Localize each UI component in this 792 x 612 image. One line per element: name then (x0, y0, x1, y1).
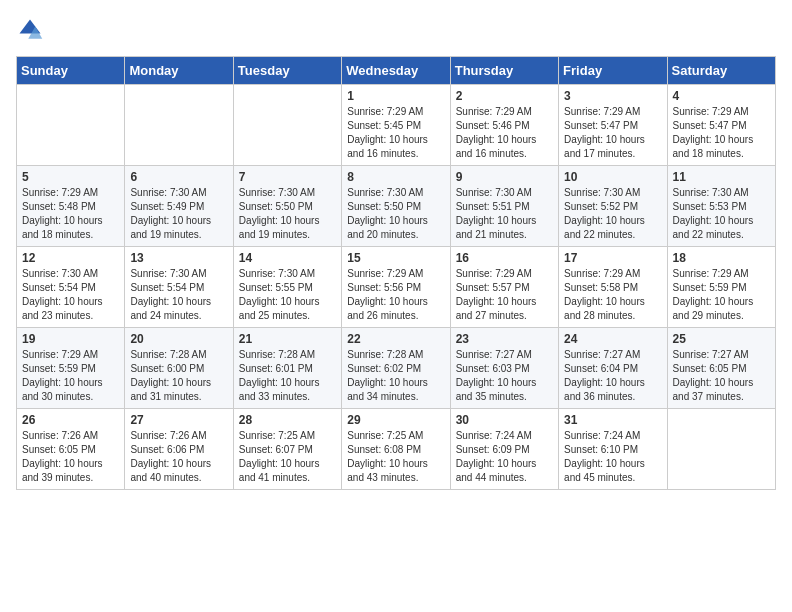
day-header-friday: Friday (559, 57, 667, 85)
calendar-cell: 25Sunrise: 7:27 AM Sunset: 6:05 PM Dayli… (667, 328, 775, 409)
day-number: 29 (347, 413, 444, 427)
day-info: Sunrise: 7:29 AM Sunset: 5:47 PM Dayligh… (564, 105, 661, 161)
day-info: Sunrise: 7:27 AM Sunset: 6:04 PM Dayligh… (564, 348, 661, 404)
calendar-cell: 23Sunrise: 7:27 AM Sunset: 6:03 PM Dayli… (450, 328, 558, 409)
day-number: 26 (22, 413, 119, 427)
day-number: 19 (22, 332, 119, 346)
day-number: 7 (239, 170, 336, 184)
day-number: 27 (130, 413, 227, 427)
day-number: 5 (22, 170, 119, 184)
day-number: 17 (564, 251, 661, 265)
day-number: 23 (456, 332, 553, 346)
calendar-cell: 31Sunrise: 7:24 AM Sunset: 6:10 PM Dayli… (559, 409, 667, 490)
day-number: 9 (456, 170, 553, 184)
day-number: 10 (564, 170, 661, 184)
calendar-table: SundayMondayTuesdayWednesdayThursdayFrid… (16, 56, 776, 490)
calendar-week-1: 1Sunrise: 7:29 AM Sunset: 5:45 PM Daylig… (17, 85, 776, 166)
day-number: 15 (347, 251, 444, 265)
day-info: Sunrise: 7:24 AM Sunset: 6:10 PM Dayligh… (564, 429, 661, 485)
day-number: 4 (673, 89, 770, 103)
day-info: Sunrise: 7:29 AM Sunset: 5:57 PM Dayligh… (456, 267, 553, 323)
day-info: Sunrise: 7:26 AM Sunset: 6:06 PM Dayligh… (130, 429, 227, 485)
day-number: 6 (130, 170, 227, 184)
calendar-cell: 16Sunrise: 7:29 AM Sunset: 5:57 PM Dayli… (450, 247, 558, 328)
day-info: Sunrise: 7:28 AM Sunset: 6:01 PM Dayligh… (239, 348, 336, 404)
day-info: Sunrise: 7:29 AM Sunset: 5:48 PM Dayligh… (22, 186, 119, 242)
day-info: Sunrise: 7:29 AM Sunset: 5:45 PM Dayligh… (347, 105, 444, 161)
calendar-cell: 1Sunrise: 7:29 AM Sunset: 5:45 PM Daylig… (342, 85, 450, 166)
day-info: Sunrise: 7:30 AM Sunset: 5:49 PM Dayligh… (130, 186, 227, 242)
calendar-cell: 9Sunrise: 7:30 AM Sunset: 5:51 PM Daylig… (450, 166, 558, 247)
calendar-cell: 24Sunrise: 7:27 AM Sunset: 6:04 PM Dayli… (559, 328, 667, 409)
calendar-cell: 7Sunrise: 7:30 AM Sunset: 5:50 PM Daylig… (233, 166, 341, 247)
day-header-monday: Monday (125, 57, 233, 85)
day-info: Sunrise: 7:25 AM Sunset: 6:07 PM Dayligh… (239, 429, 336, 485)
day-header-sunday: Sunday (17, 57, 125, 85)
day-number: 25 (673, 332, 770, 346)
day-number: 18 (673, 251, 770, 265)
day-number: 28 (239, 413, 336, 427)
day-info: Sunrise: 7:26 AM Sunset: 6:05 PM Dayligh… (22, 429, 119, 485)
day-number: 31 (564, 413, 661, 427)
calendar-cell: 22Sunrise: 7:28 AM Sunset: 6:02 PM Dayli… (342, 328, 450, 409)
calendar-cell: 14Sunrise: 7:30 AM Sunset: 5:55 PM Dayli… (233, 247, 341, 328)
calendar-cell: 4Sunrise: 7:29 AM Sunset: 5:47 PM Daylig… (667, 85, 775, 166)
day-number: 21 (239, 332, 336, 346)
calendar-cell: 6Sunrise: 7:30 AM Sunset: 5:49 PM Daylig… (125, 166, 233, 247)
calendar-cell: 17Sunrise: 7:29 AM Sunset: 5:58 PM Dayli… (559, 247, 667, 328)
day-info: Sunrise: 7:27 AM Sunset: 6:03 PM Dayligh… (456, 348, 553, 404)
calendar-week-3: 12Sunrise: 7:30 AM Sunset: 5:54 PM Dayli… (17, 247, 776, 328)
day-number: 14 (239, 251, 336, 265)
day-info: Sunrise: 7:30 AM Sunset: 5:52 PM Dayligh… (564, 186, 661, 242)
day-info: Sunrise: 7:30 AM Sunset: 5:51 PM Dayligh… (456, 186, 553, 242)
calendar-cell: 11Sunrise: 7:30 AM Sunset: 5:53 PM Dayli… (667, 166, 775, 247)
calendar-cell: 5Sunrise: 7:29 AM Sunset: 5:48 PM Daylig… (17, 166, 125, 247)
day-number: 2 (456, 89, 553, 103)
day-number: 13 (130, 251, 227, 265)
page-header (16, 16, 776, 44)
calendar-week-4: 19Sunrise: 7:29 AM Sunset: 5:59 PM Dayli… (17, 328, 776, 409)
calendar-week-5: 26Sunrise: 7:26 AM Sunset: 6:05 PM Dayli… (17, 409, 776, 490)
calendar-cell (125, 85, 233, 166)
day-header-tuesday: Tuesday (233, 57, 341, 85)
calendar-cell: 18Sunrise: 7:29 AM Sunset: 5:59 PM Dayli… (667, 247, 775, 328)
calendar-week-2: 5Sunrise: 7:29 AM Sunset: 5:48 PM Daylig… (17, 166, 776, 247)
calendar-cell: 8Sunrise: 7:30 AM Sunset: 5:50 PM Daylig… (342, 166, 450, 247)
calendar-cell: 27Sunrise: 7:26 AM Sunset: 6:06 PM Dayli… (125, 409, 233, 490)
day-number: 16 (456, 251, 553, 265)
day-info: Sunrise: 7:30 AM Sunset: 5:50 PM Dayligh… (239, 186, 336, 242)
calendar-cell: 13Sunrise: 7:30 AM Sunset: 5:54 PM Dayli… (125, 247, 233, 328)
day-info: Sunrise: 7:28 AM Sunset: 6:00 PM Dayligh… (130, 348, 227, 404)
day-info: Sunrise: 7:28 AM Sunset: 6:02 PM Dayligh… (347, 348, 444, 404)
day-header-thursday: Thursday (450, 57, 558, 85)
day-header-wednesday: Wednesday (342, 57, 450, 85)
day-number: 1 (347, 89, 444, 103)
day-number: 11 (673, 170, 770, 184)
calendar-cell: 26Sunrise: 7:26 AM Sunset: 6:05 PM Dayli… (17, 409, 125, 490)
day-info: Sunrise: 7:25 AM Sunset: 6:08 PM Dayligh… (347, 429, 444, 485)
day-info: Sunrise: 7:27 AM Sunset: 6:05 PM Dayligh… (673, 348, 770, 404)
day-number: 30 (456, 413, 553, 427)
calendar-cell: 19Sunrise: 7:29 AM Sunset: 5:59 PM Dayli… (17, 328, 125, 409)
calendar-cell: 30Sunrise: 7:24 AM Sunset: 6:09 PM Dayli… (450, 409, 558, 490)
day-info: Sunrise: 7:29 AM Sunset: 5:59 PM Dayligh… (22, 348, 119, 404)
calendar-cell (233, 85, 341, 166)
calendar-header-row: SundayMondayTuesdayWednesdayThursdayFrid… (17, 57, 776, 85)
day-info: Sunrise: 7:30 AM Sunset: 5:50 PM Dayligh… (347, 186, 444, 242)
calendar-cell: 21Sunrise: 7:28 AM Sunset: 6:01 PM Dayli… (233, 328, 341, 409)
logo (16, 16, 48, 44)
calendar-cell: 20Sunrise: 7:28 AM Sunset: 6:00 PM Dayli… (125, 328, 233, 409)
day-info: Sunrise: 7:30 AM Sunset: 5:53 PM Dayligh… (673, 186, 770, 242)
day-info: Sunrise: 7:29 AM Sunset: 5:56 PM Dayligh… (347, 267, 444, 323)
day-number: 24 (564, 332, 661, 346)
day-info: Sunrise: 7:30 AM Sunset: 5:55 PM Dayligh… (239, 267, 336, 323)
day-info: Sunrise: 7:30 AM Sunset: 5:54 PM Dayligh… (22, 267, 119, 323)
calendar-cell: 29Sunrise: 7:25 AM Sunset: 6:08 PM Dayli… (342, 409, 450, 490)
day-info: Sunrise: 7:29 AM Sunset: 5:58 PM Dayligh… (564, 267, 661, 323)
day-info: Sunrise: 7:29 AM Sunset: 5:47 PM Dayligh… (673, 105, 770, 161)
day-number: 20 (130, 332, 227, 346)
day-number: 8 (347, 170, 444, 184)
day-number: 3 (564, 89, 661, 103)
calendar-cell: 2Sunrise: 7:29 AM Sunset: 5:46 PM Daylig… (450, 85, 558, 166)
calendar-cell (17, 85, 125, 166)
